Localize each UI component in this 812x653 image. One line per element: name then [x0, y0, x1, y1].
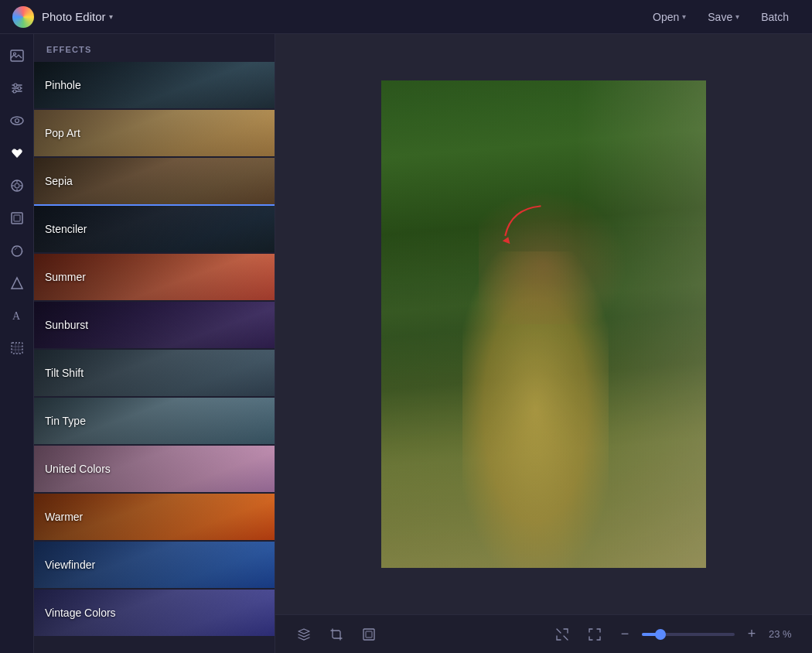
icon-sidebar: A — [0, 34, 34, 653]
svg-rect-16 — [12, 213, 22, 224]
open-arrow: ▾ — [682, 12, 686, 21]
zoom-plus-icon: + — [748, 626, 756, 642]
main-area: A EFFECTS PinholePop ArtSepiaStencilerSu… — [0, 34, 812, 653]
zoom-out-button[interactable]: − — [614, 624, 636, 645]
effect-item-viewfinder[interactable]: Viewfinder — [34, 542, 275, 590]
sidebar-item-text[interactable]: A — [3, 302, 31, 330]
sidebar-item-frames[interactable] — [3, 204, 31, 232]
sidebar-item-adjust[interactable] — [3, 74, 31, 102]
sidebar-item-overlays[interactable] — [3, 237, 31, 265]
bottom-toolbar: − + 23 % — [275, 614, 812, 653]
canvas-viewport[interactable] — [275, 34, 812, 614]
sidebar-item-favorites[interactable] — [3, 139, 31, 167]
svg-rect-20 — [12, 343, 22, 354]
title-text: Photo Editor — [42, 10, 106, 23]
zoom-value: 23 % — [769, 628, 797, 640]
topbar: Photo Editor ▾ Open ▾ Save ▾ Batch — [0, 0, 812, 34]
save-arrow: ▾ — [735, 12, 739, 21]
svg-point-11 — [15, 183, 19, 188]
effect-label-unitedcolors: United Colors — [45, 463, 111, 475]
svg-text:A: A — [12, 310, 21, 322]
svg-point-9 — [15, 119, 19, 123]
title-arrow[interactable]: ▾ — [109, 12, 113, 21]
zoom-slider-thumb[interactable] — [655, 629, 666, 640]
zoom-slider[interactable] — [642, 633, 735, 636]
svg-marker-18 — [12, 278, 22, 289]
effect-item-popart[interactable]: Pop Art — [34, 110, 275, 158]
effect-label-summer: Summer — [45, 271, 86, 283]
effect-item-pinhole[interactable]: Pinhole — [34, 62, 275, 110]
effect-label-sunburst: Sunburst — [45, 319, 88, 331]
sidebar-item-textures[interactable] — [3, 334, 31, 362]
effect-label-viewfinder: Viewfinder — [45, 559, 95, 571]
sidebar-item-shapes[interactable] — [3, 269, 31, 297]
sidebar-item-effects[interactable] — [3, 172, 31, 200]
effect-label-sepia: Sepia — [45, 175, 73, 187]
effect-item-sepia[interactable]: Sepia — [34, 158, 275, 206]
batch-label: Batch — [761, 11, 789, 23]
effect-item-tintype[interactable]: Tin Type — [34, 398, 275, 446]
effects-list: PinholePop ArtSepiaStencilerSummerSunbur… — [34, 62, 275, 653]
svg-point-8 — [11, 117, 23, 125]
effect-item-vintagecolors[interactable]: Vintage Colors — [34, 590, 275, 638]
svg-point-7 — [13, 90, 16, 93]
save-button[interactable]: Save ▾ — [697, 6, 750, 28]
effect-item-unitedcolors[interactable]: United Colors — [34, 446, 275, 494]
sidebar-item-image[interactable] — [3, 42, 31, 70]
svg-point-6 — [18, 87, 21, 90]
open-label: Open — [653, 11, 679, 23]
expand-button[interactable] — [549, 621, 575, 648]
effect-label-warmer: Warmer — [45, 511, 83, 523]
app-title: Photo Editor ▾ — [42, 10, 113, 23]
effect-item-sunburst[interactable]: Sunburst — [34, 302, 275, 350]
effect-label-stenciler: Stenciler — [45, 223, 87, 235]
sidebar-item-preview[interactable] — [3, 107, 31, 135]
effect-item-summer[interactable]: Summer — [34, 254, 275, 302]
zoom-in-button[interactable]: + — [741, 624, 763, 645]
effects-header: EFFECTS — [34, 34, 275, 62]
photo-display — [381, 80, 706, 568]
svg-rect-27 — [366, 631, 372, 638]
crop-button[interactable] — [323, 621, 350, 648]
app-logo — [12, 6, 34, 28]
svg-point-5 — [14, 84, 17, 87]
effect-label-tiltshift: Tilt Shift — [45, 367, 84, 379]
effect-label-popart: Pop Art — [45, 127, 80, 139]
effect-label-vintagecolors: Vintage Colors — [45, 607, 116, 619]
effect-item-warmer[interactable]: Warmer — [34, 494, 275, 542]
batch-button[interactable]: Batch — [750, 6, 800, 28]
effect-label-pinhole: Pinhole — [45, 79, 81, 91]
effect-label-tintype: Tin Type — [45, 415, 86, 427]
save-label: Save — [708, 11, 732, 23]
fullscreen-button[interactable] — [582, 621, 608, 648]
svg-rect-17 — [14, 215, 20, 221]
zoom-minus-icon: − — [621, 626, 629, 642]
canvas-area: − + 23 % — [275, 34, 812, 653]
svg-rect-26 — [363, 629, 374, 640]
layers-button[interactable] — [291, 621, 317, 648]
open-button[interactable]: Open ▾ — [642, 6, 697, 28]
zoom-controls: − + 23 % — [614, 624, 797, 645]
effect-item-stenciler[interactable]: Stenciler — [34, 206, 275, 254]
frame-bottom-button[interactable] — [356, 621, 382, 648]
effect-item-tiltshift[interactable]: Tilt Shift — [34, 350, 275, 398]
effects-panel: EFFECTS PinholePop ArtSepiaStencilerSumm… — [34, 34, 275, 653]
